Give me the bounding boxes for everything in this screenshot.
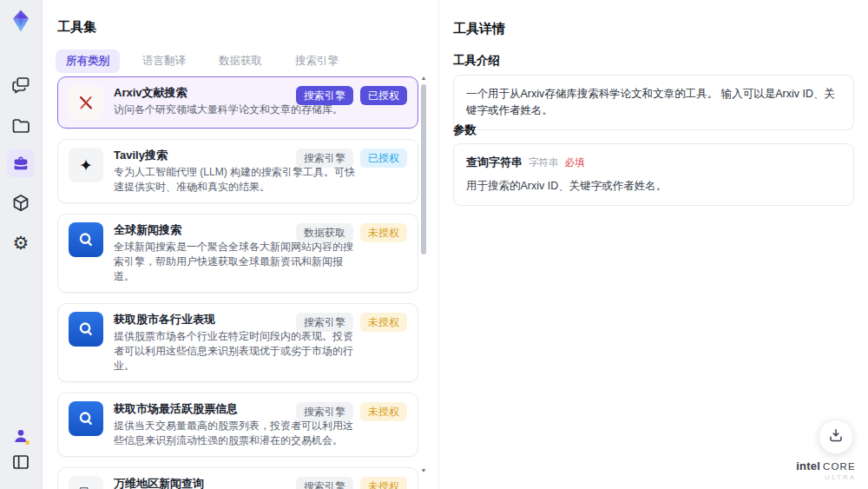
blue-search-icon — [69, 312, 103, 347]
intro-heading: 工具介绍 — [453, 53, 500, 69]
tool-description: 提供当天交易量最高的股票列表，投资者可以利用这些信息来识别流动性强的股票和潜在的… — [114, 419, 358, 448]
download-button[interactable] — [819, 420, 853, 454]
tool-card[interactable]: Arxiv文献搜索 访问各个研究领域大量科学论文和文章的存储库。 搜索引擎 已授… — [57, 76, 418, 129]
category-tabs: 所有类别语言翻译数据获取搜索引擎 — [56, 50, 349, 73]
intel-core-logo: intelcore ULTRA — [796, 458, 856, 482]
detail-panel: 工具详情 工具介绍 一个用于从Arxiv存储库搜索科学论文和文章的工具。 输入可… — [438, 0, 868, 489]
toolbox-icon[interactable] — [7, 149, 35, 177]
list-scrollbar[interactable]: ▲ ▼ — [419, 75, 428, 483]
brand-core: core — [823, 461, 856, 472]
tool-card[interactable]: 全球新闻搜索 全球新闻搜索是一个聚合全球各大新闻网站内容的搜索引擎，帮助用户快速… — [57, 214, 418, 293]
tool-category-badge: 搜索引擎 — [296, 149, 353, 168]
scrollbar-thumb[interactable] — [421, 84, 426, 254]
tool-description: 提供股票市场各个行业在特定时间段内的表现。投资者可以利用这些信息来识别表现优于或… — [114, 329, 358, 373]
tool-auth-badge: 未授权 — [360, 477, 407, 489]
folder-icon[interactable] — [7, 112, 35, 140]
param-required-flag: 必填 — [565, 156, 585, 169]
chat-icon[interactable] — [7, 71, 35, 99]
tool-category-badge: 搜索引擎 — [296, 402, 353, 421]
left-rail: ⚙ — [0, 0, 43, 489]
brand-ultra: ULTRA — [796, 474, 856, 482]
category-tab[interactable]: 搜索引擎 — [285, 50, 349, 73]
brand-intel: intel — [796, 459, 820, 472]
user-icon[interactable] — [7, 422, 35, 450]
download-icon — [827, 426, 845, 447]
tool-auth-badge: 已授权 — [360, 86, 407, 105]
intro-text-box: 一个用于从Arxiv存储库搜索科学论文和文章的工具。 输入可以是Arxiv ID… — [453, 75, 854, 130]
gem-logo-icon[interactable] — [9, 9, 33, 33]
tool-category-badge: 数据获取 — [296, 223, 353, 242]
tool-description: 专为人工智能代理 (LLM) 构建的搜索引擎工具。可快速提供实时、准确和真实的结… — [114, 165, 358, 195]
category-tab[interactable]: 数据获取 — [208, 50, 273, 73]
param-name: 查询字符串 — [466, 155, 523, 170]
tool-category-badge: 搜索引擎 — [296, 313, 353, 332]
param-card: 查询字符串 字符串 必填 用于搜索的Arxiv ID、关键字或作者姓名。 — [453, 143, 854, 206]
tool-auth-badge: 未授权 — [360, 223, 407, 242]
tool-category-badge: 搜索引擎 — [296, 86, 353, 105]
settings-gear-icon[interactable]: ⚙ — [7, 228, 35, 256]
arxiv-logo-icon — [69, 85, 103, 120]
param-description: 用于搜索的Arxiv ID、关键字或作者姓名。 — [466, 178, 841, 195]
tool-category-badge: 搜索引擎 — [296, 477, 353, 489]
tool-card[interactable]: ✦ Tavily搜索 专为人工智能代理 (LLM) 构建的搜索引擎工具。可快速提… — [57, 139, 418, 203]
tool-auth-badge: 未授权 — [360, 313, 407, 332]
sparkle-icon: ✦ — [69, 148, 103, 182]
tool-card[interactable]: 万维地区新闻查询 查询具体行政区划内的新闻，快速了解各地新闻动 搜索引擎 未授权 — [57, 467, 418, 489]
category-tab[interactable]: 所有类别 — [56, 50, 120, 73]
status-dot — [25, 440, 30, 445]
param-type: 字符串 — [529, 156, 559, 169]
panel-toggle-icon[interactable] — [7, 448, 35, 476]
tool-description: 全球新闻搜索是一个聚合全球各大新闻网站内容的搜索引擎，帮助用户快速获取全球最新资… — [114, 240, 358, 284]
tool-auth-badge: 未授权 — [360, 402, 407, 421]
detail-title: 工具详情 — [453, 21, 505, 37]
tool-auth-badge: 已授权 — [360, 149, 407, 168]
tool-card[interactable]: 获取市场最活跃股票信息 提供当天交易量最高的股票列表，投资者可以利用这些信息来识… — [57, 393, 418, 457]
tool-list: Arxiv文献搜索 访问各个研究领域大量科学论文和文章的存储库。 搜索引擎 已授… — [57, 76, 418, 489]
cube-icon[interactable] — [7, 189, 35, 217]
page-title: 工具集 — [57, 19, 96, 36]
params-heading: 参数 — [453, 122, 477, 138]
scroll-down-arrow[interactable]: ▼ — [419, 467, 428, 474]
blue-search-icon — [69, 401, 103, 436]
tool-card[interactable]: 获取股市各行业表现 提供股票市场各个行业在特定时间段内的表现。投资者可以利用这些… — [57, 303, 418, 382]
category-tab[interactable]: 语言翻译 — [132, 50, 196, 73]
scroll-up-arrow[interactable]: ▲ — [419, 75, 428, 82]
news-building-icon — [69, 476, 103, 489]
blue-search-icon — [69, 222, 103, 257]
